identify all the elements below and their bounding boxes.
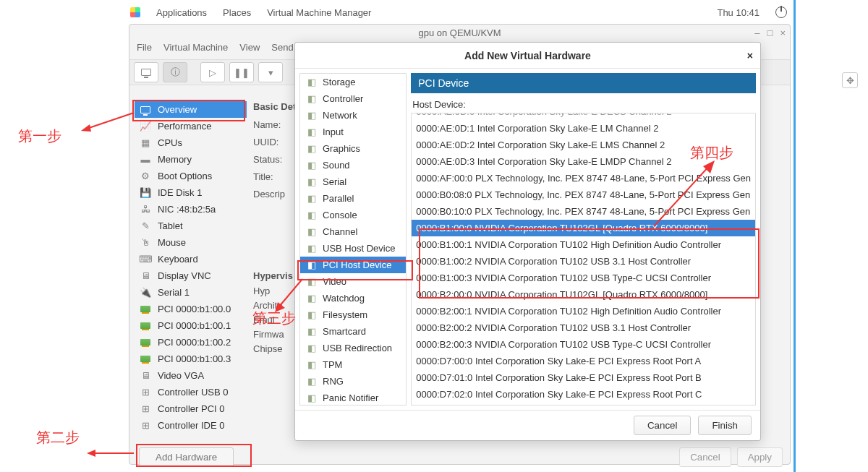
hwtype-label: Storage	[323, 77, 356, 87]
hwtype-tpm[interactable]: ◧TPM	[300, 356, 406, 373]
shutdown-button[interactable]: ▾	[258, 62, 283, 82]
svg-marker-1	[81, 124, 91, 132]
hwtype-storage[interactable]: ◧Storage	[300, 74, 406, 90]
sidebar-item-boot-options[interactable]: ⚙Boot Options	[135, 168, 247, 184]
sidebar-item-performance[interactable]: 📈Performance	[135, 118, 247, 134]
sidebar-item-display-vnc[interactable]: 🖥Display VNC	[135, 267, 247, 284]
hwtype-filesystem[interactable]: ◧Filesystem	[300, 306, 406, 323]
pci-card-icon	[139, 322, 152, 329]
dialog-cancel-button[interactable]: Cancel	[634, 416, 692, 435]
host-device-row[interactable]: 0000:B2:00:1 NVIDIA Corporation TU102 Hi…	[412, 303, 755, 319]
menu-virtual-machine[interactable]: Virtual Machine	[163, 42, 228, 59]
hwtype-icon: ◧	[306, 359, 317, 370]
sidebar-item-video-vga[interactable]: 🖥Video VGA	[135, 367, 247, 384]
console-button[interactable]	[134, 62, 158, 82]
host-device-row[interactable]: 0000:B2:00:0 NVIDIA Corporation TU102GL …	[412, 286, 755, 303]
generic-icon: 💾	[139, 187, 152, 198]
sidebar-item-label: CPUs	[158, 137, 182, 148]
power-icon[interactable]	[775, 7, 787, 18]
hwtype-rng[interactable]: ◧RNG	[300, 373, 406, 390]
sidebar-item-nic-48-b2-5a[interactable]: 🖧NIC :48:b2:5a	[135, 201, 247, 218]
sidebar-item-label: Mouse	[158, 237, 186, 248]
sidebar-item-label: Video VGA	[158, 370, 204, 381]
hwtype-usb-host-device[interactable]: ◧USB Host Device	[300, 240, 406, 257]
hwtype-pci-host-device[interactable]: ◧PCI Host Device	[300, 257, 406, 273]
host-device-row[interactable]: 0000:D7:02:0 Intel Corporation Sky Lake-…	[412, 386, 755, 403]
generic-icon: ⌨	[139, 254, 152, 265]
hwtype-console[interactable]: ◧Console	[300, 207, 406, 223]
menu-view[interactable]: View	[239, 42, 260, 59]
move-handle-icon[interactable]: ✥	[842, 72, 858, 88]
host-device-row[interactable]: 0000:AE:0D:0 Intel Corporation Sky Lake-…	[412, 113, 755, 120]
hwtype-network[interactable]: ◧Network	[300, 107, 406, 124]
dialog-finish-button[interactable]: Finish	[698, 416, 752, 435]
sidebar-item-pci-0000-b1-00-3[interactable]: PCI 0000:b1:00.3	[135, 351, 247, 367]
host-device-row[interactable]: 0000:B2:00:2 NVIDIA Corporation TU102 US…	[412, 319, 755, 336]
host-device-row[interactable]: 0000:B1:00:2 NVIDIA Corporation TU102 US…	[412, 253, 755, 270]
host-device-row[interactable]: 0000:D7:01:0 Intel Corporation Sky Lake-…	[412, 369, 755, 386]
sidebar-item-overview[interactable]: Overview	[135, 101, 247, 118]
sidebar-item-tablet[interactable]: ✎Tablet	[135, 218, 247, 234]
sidebar-item-controller-pci-0[interactable]: ⊞Controller PCI 0	[135, 400, 247, 417]
hwtype-panic-notifier[interactable]: ◧Panic Notifier	[300, 390, 406, 406]
win-max-icon[interactable]: □	[767, 25, 773, 42]
host-device-row[interactable]: 0000:B0:10:0 PLX Technology, Inc. PEX 87…	[412, 203, 755, 220]
sidebar-item-ide-disk-1[interactable]: 💾IDE Disk 1	[135, 184, 247, 201]
dialog-close-icon[interactable]: ×	[747, 50, 753, 61]
hwtype-icon: ◧	[306, 376, 317, 387]
sidebar-item-controller-usb-0[interactable]: ⊞Controller USB 0	[135, 384, 247, 400]
apply-button[interactable]: Apply	[737, 447, 783, 467]
sidebar-item-controller-ide-0[interactable]: ⊞Controller IDE 0	[135, 417, 247, 434]
sidebar-item-pci-0000-b1-00-2[interactable]: PCI 0000:b1:00.2	[135, 334, 247, 351]
details-button[interactable]: ⓘ	[163, 62, 187, 82]
sidebar-item-pci-0000-b1-00-1[interactable]: PCI 0000:b1:00.1	[135, 317, 247, 334]
hwtype-video[interactable]: ◧Video	[300, 273, 406, 290]
host-device-row[interactable]: 0000:AF:00:0 PLX Technology, Inc. PEX 87…	[412, 170, 755, 186]
sidebar-item-label: Overview	[158, 104, 197, 115]
generic-icon: 🔌	[139, 287, 152, 298]
sidebar-item-keyboard[interactable]: ⌨Keyboard	[135, 251, 247, 267]
hwtype-icon: ◧	[306, 326, 317, 337]
win-min-icon[interactable]: –	[754, 25, 760, 42]
hwtype-controller[interactable]: ◧Controller	[300, 90, 406, 107]
win-close-icon[interactable]: ×	[780, 25, 786, 42]
menu-places[interactable]: Places	[223, 7, 251, 18]
hwtype-smartcard[interactable]: ◧Smartcard	[300, 323, 406, 340]
hwtype-label: Channel	[323, 226, 357, 237]
hwtype-serial[interactable]: ◧Serial	[300, 173, 406, 190]
hardware-type-list[interactable]: ◧Storage◧Controller◧Network◧Input◧Graphi…	[299, 73, 407, 406]
host-device-row[interactable]: 0000:B1:00:1 NVIDIA Corporation TU102 Hi…	[412, 236, 755, 253]
run-button[interactable]: ▷	[200, 62, 225, 82]
menu-vmm[interactable]: Virtual Machine Manager	[267, 7, 371, 18]
hwtype-label: Sound	[323, 160, 350, 171]
cancel-button[interactable]: Cancel	[679, 447, 731, 467]
host-device-row[interactable]: 0000:B1:00:0 NVIDIA Corporation TU102GL …	[412, 220, 755, 236]
hwtype-parallel[interactable]: ◧Parallel	[300, 190, 406, 207]
hwtype-icon: ◧	[306, 243, 317, 254]
host-device-row[interactable]: 0000:B0:08:0 PLX Technology, Inc. PEX 87…	[412, 186, 755, 203]
sidebar-item-pci-0000-b1-00-0[interactable]: PCI 0000:b1:00.0	[135, 301, 247, 317]
hwtype-channel[interactable]: ◧Channel	[300, 223, 406, 240]
host-device-row[interactable]: 0000:B1:00:3 NVIDIA Corporation TU102 US…	[412, 270, 755, 286]
hwtype-sound[interactable]: ◧Sound	[300, 157, 406, 173]
host-device-row[interactable]: 0000:D7:00:0 Intel Corporation Sky Lake-…	[412, 353, 755, 369]
hwtype-icon: ◧	[306, 276, 317, 287]
anno-step3-label: 第三步	[252, 309, 296, 328]
hwtype-graphics[interactable]: ◧Graphics	[300, 140, 406, 157]
add-hardware-button[interactable]: Add Hardware	[139, 447, 234, 467]
pci-card-icon	[139, 356, 152, 362]
hwtype-input[interactable]: ◧Input	[300, 124, 406, 140]
hwtype-usb-redirection[interactable]: ◧USB Redirection	[300, 340, 406, 356]
menu-file[interactable]: File	[137, 42, 152, 59]
hwtype-label: TPM	[323, 359, 342, 370]
host-device-row[interactable]: 0000:AE:0D:1 Intel Corporation Sky Lake-…	[412, 120, 755, 137]
sidebar-item-cpus[interactable]: ▦CPUs	[135, 134, 247, 151]
sidebar-item-mouse[interactable]: 🖱Mouse	[135, 234, 247, 251]
menu-applications[interactable]: Applications	[156, 7, 207, 18]
host-device-row[interactable]: 0000:B2:00:3 NVIDIA Corporation TU102 US…	[412, 336, 755, 353]
pause-button[interactable]: ❚❚	[229, 62, 254, 82]
sidebar-item-serial-1[interactable]: 🔌Serial 1	[135, 284, 247, 301]
sidebar-item-memory[interactable]: ▬Memory	[135, 151, 247, 168]
generic-icon: ✎	[139, 220, 152, 231]
hwtype-watchdog[interactable]: ◧Watchdog	[300, 290, 406, 306]
